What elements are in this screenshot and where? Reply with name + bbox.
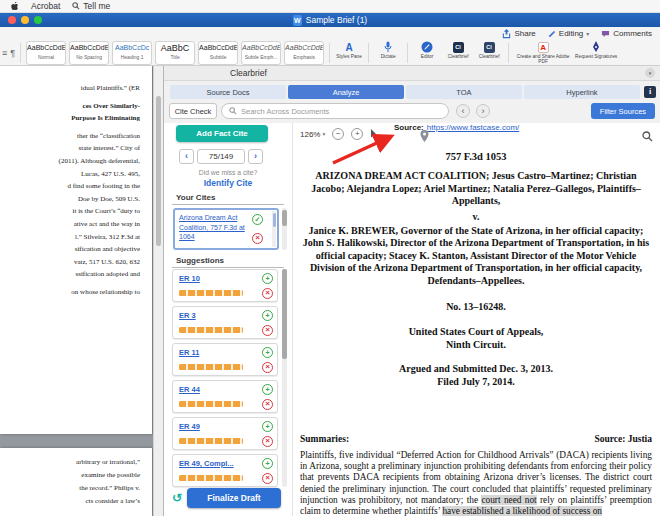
your-cites-scrollbar[interactable] [282,208,287,250]
your-cite-link[interactable]: Arizona Dream Act Coalition, 757 F.3d at… [179,213,245,242]
cite-pager-value: 75/149 [197,149,245,164]
cite-verified-icon[interactable]: ✓ [252,214,263,225]
reject-suggestion-icon[interactable]: × [262,288,273,299]
style-no-spacing[interactable]: AaBbCcDdEe No Spacing [69,41,109,65]
editing-mode-dropdown[interactable]: Editing ▾ [548,29,589,38]
search-field[interactable] [221,103,449,119]
undo-icon[interactable]: ↺ [172,491,182,505]
suggestion-item[interactable]: ER 3 + × [172,306,278,339]
suggestion-link[interactable]: ER 11 [179,348,199,357]
document-title: Sample Brief (1) [306,15,367,25]
reject-suggestion-icon[interactable]: × [262,362,273,373]
location-pin-icon[interactable] [420,128,429,146]
next-cite-button[interactable]: › [248,149,263,164]
accept-suggestion-icon[interactable]: + [262,347,273,358]
next-result-button[interactable]: › [476,104,490,118]
cite-remove-icon[interactable]: × [252,233,263,244]
tab-toa[interactable]: TOA [406,85,522,99]
menu-item-acrobat[interactable]: Acrobat [31,1,60,11]
reject-suggestion-icon[interactable]: × [262,436,273,447]
cite-card-scrollbar[interactable] [272,211,276,247]
suggestion-link[interactable]: ER 49, Compl... [179,459,234,468]
suggestion-link[interactable]: ER 10 [179,274,200,283]
comments-label: Comments [613,29,652,38]
your-cite-card[interactable]: Arizona Dream Act Coalition, 757 F.3d at… [173,208,279,250]
close-window-button[interactable] [8,16,16,24]
suggestion-item[interactable]: ER 11 + × [172,343,278,376]
tab-source-docs[interactable]: Source Docs [170,85,286,99]
filter-sources-button[interactable]: Filter Sources [591,103,655,119]
minimize-window-button[interactable] [21,16,29,24]
finalize-draft-button[interactable]: Finalize Draft [187,488,281,508]
clearbrief-button-1[interactable]: Cl Clearbrief [444,41,472,65]
prev-result-button[interactable]: ‹ [456,104,470,118]
suggestion-item[interactable]: ER 44 + × [172,380,278,413]
reject-suggestion-icon[interactable]: × [262,473,273,484]
scrollbar-thumb[interactable] [282,210,287,226]
zoom-window-button[interactable] [34,16,42,24]
style-title[interactable]: AaBbC Title [155,41,195,65]
tab-analyze[interactable]: Analyze [288,85,404,99]
menu-item-tell-me[interactable]: Tell me [72,1,110,11]
style-normal[interactable]: AaBbCcDdEe Normal [26,41,66,65]
style-heading-1[interactable]: AaBbCcDc Heading 1 [112,41,152,65]
share-button[interactable]: Share [502,29,535,39]
bulleted-list-icon[interactable]: ≡ [2,48,7,58]
reject-suggestion-icon[interactable]: × [262,325,273,336]
cursor-icon[interactable] [370,129,378,139]
doc-line: cts consider a law’s [2,495,140,508]
comments-button[interactable]: Comments [601,29,652,38]
document-scrollbar[interactable] [153,66,163,516]
preview-search-icon[interactable] [642,128,653,146]
document-page-2[interactable]: arbitrary or irrational,” examine the po… [0,448,152,516]
suggestion-link[interactable]: ER 3 [179,311,196,320]
clearbrief-button-2[interactable]: Cl Clearbrief [475,41,503,65]
style-preview: AaBbCcDdEe [199,42,237,54]
accept-suggestion-icon[interactable]: + [262,458,273,469]
create-share-adobe-pdf-button[interactable]: A Create and Share Adobe PDF [514,41,572,65]
suggestion-link[interactable]: ER 44 [179,385,200,394]
scrollbar-thumb[interactable] [273,213,276,227]
accept-suggestion-icon[interactable]: + [262,384,273,395]
zoom-out-button[interactable]: − [332,128,344,140]
doc-line: ces Over Similarly- [2,100,140,113]
tab-hyperlink[interactable]: Hyperlink [524,85,640,99]
style-subtle-emphasis[interactable]: AaBbCcDdEe Subtle Emph... [241,41,281,65]
ribbon-area: Share Editing ▾ Comments ≡ ¶ AaBbCcDdEe … [0,27,660,66]
style-emphasis[interactable]: AaBbCcDdEe Emphasis [284,41,324,65]
prev-cite-button[interactable]: ‹ [179,149,194,164]
zoom-in-button[interactable]: + [351,128,363,140]
dictate-button[interactable]: Dictate [374,41,402,65]
document-canvas[interactable]: idual Plaintiffs.” (ER ces Over Similarl… [0,66,163,516]
clearbrief-panel: Clearbrief ▾ Source Docs Analyze TOA Hyp… [163,66,660,516]
reject-suggestion-icon[interactable]: × [262,399,273,410]
request-signatures-button[interactable]: Request Signatures [575,41,617,65]
search-input[interactable] [241,107,421,116]
suggestion-item[interactable]: ER 49 + × [172,417,278,450]
accept-suggestion-icon[interactable]: + [262,310,273,321]
info-icon[interactable]: i [644,86,656,98]
cite-check-tab[interactable]: Cite Check [169,103,217,119]
source-url-link[interactable]: https://www.fastcase.com/ [427,123,519,132]
identify-cite-link[interactable]: Identify Cite [164,178,292,188]
apple-icon [10,1,19,11]
scrollbar-thumb[interactable] [156,96,161,246]
document-page-1[interactable]: idual Plaintiffs.” (ER ces Over Similarl… [0,66,152,434]
styles-pane-button[interactable]: A Styles Pane [335,41,363,65]
panel-collapse-button[interactable]: ▾ [645,68,655,78]
suggestion-item[interactable]: ER 10 + × [172,269,278,302]
apple-menu[interactable] [10,1,19,11]
style-subtitle[interactable]: AaBbCcDdEe Subtitle [198,41,238,65]
suggestion-item[interactable]: ER 49, Compl... + × [172,454,278,487]
style-name: Subtitle [199,54,237,61]
accept-suggestion-icon[interactable]: + [262,421,273,432]
doc-line: ative act and the way in [2,218,140,231]
editor-button[interactable]: Editor [413,41,441,65]
zoom-dropdown[interactable]: 126% ▾ [300,130,325,139]
accept-suggestion-icon[interactable]: + [262,273,273,284]
suggestions-scrollbar[interactable] [282,269,287,487]
add-fact-cite-button[interactable]: Add Fact Cite [176,125,268,142]
suggestion-link[interactable]: ER 49 [179,422,200,431]
paragraph-mark-icon[interactable]: ¶ [10,48,15,58]
scrollbar-thumb[interactable] [282,269,287,359]
